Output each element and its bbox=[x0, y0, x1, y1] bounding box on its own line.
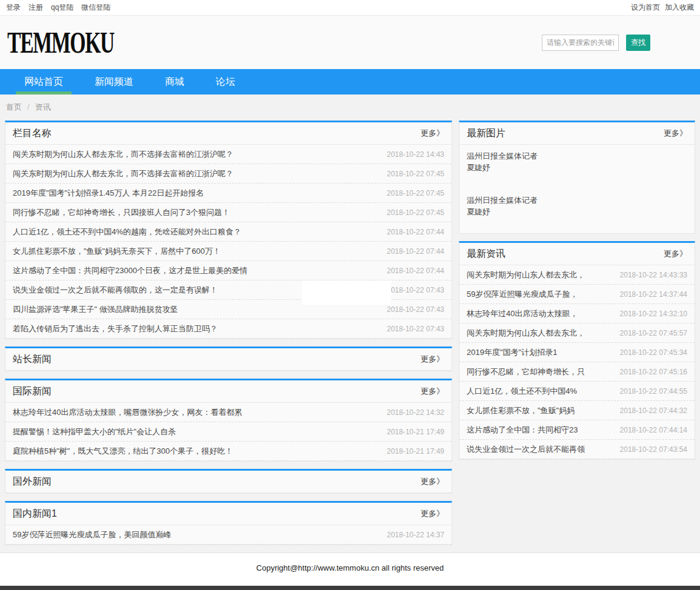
news-row[interactable]: 闯关东时期为何山东人都去东北， 2018-10-22 14:43:33 bbox=[459, 265, 695, 285]
news-row[interactable]: 人口近1亿，领土还不到中国4%的越南，凭啥还能对外出口粮食？ 2018-10-2… bbox=[5, 222, 452, 242]
news-row-title: 闯关东时期为何山东人都去东北，而不选择去富裕的江浙沪呢？ bbox=[13, 149, 233, 160]
news-row[interactable]: 2019年度"国考"计划招录1 2018-10-22 07:45:34 bbox=[459, 343, 695, 362]
news-row-time: 2018-10-22 07:45:57 bbox=[620, 329, 687, 337]
news-row-title: 这片感动了全中国：共同相守23000个日夜，这才是世上最美的爱情 bbox=[13, 265, 247, 276]
news-row-title: 闯关东时期为何山东人都去东北， bbox=[467, 328, 585, 339]
news-row-time: 2018-10-22 07:43 bbox=[387, 305, 444, 314]
more-link[interactable]: 更多》 bbox=[664, 128, 687, 139]
news-row[interactable]: 女儿抓住彩票不放，"鱼贩"妈妈 2018-10-22 07:44:32 bbox=[459, 401, 695, 420]
panel-latest-images: 最新图片 更多》 温州日报全媒体记者 夏婕妤 温州日报全媒体记者 夏婕妤 bbox=[459, 121, 695, 234]
site-logo[interactable]: TEMMOKU bbox=[7, 25, 114, 60]
latest-images-list: 温州日报全媒体记者 夏婕妤 温州日报全媒体记者 夏婕妤 bbox=[459, 145, 695, 233]
news-row[interactable]: 59岁倪萍近照曝光瘦成瓜子脸， 2018-10-22 14:37:44 bbox=[459, 285, 695, 304]
panel-header: 国外新闻 更多》 bbox=[5, 471, 452, 493]
search-input[interactable] bbox=[542, 35, 619, 51]
panel-header: 栏目名称 更多》 bbox=[5, 122, 452, 145]
topbar-link[interactable]: 登录 bbox=[6, 2, 21, 13]
breadcrumb-separator: / bbox=[27, 102, 30, 111]
news-list: 闯关东时期为何山东人都去东北，而不选择去富裕的江浙沪呢？ 2018-10-22 … bbox=[5, 145, 452, 339]
image-item[interactable]: 温州日报全媒体记者 夏婕妤 bbox=[459, 189, 695, 233]
copyright-text: Copyright@http://www.temmoku.cn all righ… bbox=[0, 563, 700, 572]
news-row-title: 四川盐源评选"苹果王子" 做强品牌助推脱贫攻坚 bbox=[13, 304, 178, 315]
news-row-time: 2018-10-22 14:43:33 bbox=[620, 271, 687, 279]
panel-title: 国际新闻 bbox=[13, 385, 52, 398]
more-link[interactable]: 更多》 bbox=[421, 354, 444, 365]
news-row[interactable]: 这片感动了全中国：共同相守23 2018-10-22 07:44:14 bbox=[459, 420, 695, 440]
panel-title: 最新资讯 bbox=[467, 248, 505, 260]
news-row[interactable]: 说失业金领过一次之后就不能再领 2018-10-22 07:43:54 bbox=[459, 440, 695, 459]
more-link[interactable]: 更多》 bbox=[421, 386, 444, 397]
news-row-title: 林志玲年过40出席活动太辣眼，嘴唇微张扮少女，网友：看着都累 bbox=[13, 407, 242, 418]
image-item[interactable]: 温州日报全媒体记者 夏婕妤 bbox=[459, 145, 695, 189]
news-row[interactable]: 闯关东时期为何山东人都去东北，而不选择去富裕的江浙沪呢？ 2018-10-22 … bbox=[5, 145, 452, 164]
panel-header: 国际新闻 更多》 bbox=[5, 380, 452, 403]
panel-title: 栏目名称 bbox=[13, 127, 52, 140]
topbar-link[interactable]: qq登陆 bbox=[51, 2, 73, 13]
panel-title: 最新图片 bbox=[467, 127, 505, 140]
news-row-time: 2018-10-22 14:37:44 bbox=[620, 290, 687, 299]
news-row-time: 2018-10-22 07:45 bbox=[387, 189, 444, 197]
news-row-title: 提醒警惕！这种指甲盖大小的"纸片"会让人自杀 bbox=[13, 426, 176, 437]
news-row[interactable]: 同行惨不忍睹，它却神奇增长，只 2018-10-22 07:45:16 bbox=[459, 362, 695, 382]
panel-title: 站长新闻 bbox=[13, 353, 52, 366]
news-row[interactable]: 2019年度"国考"计划招录1.45万人 本月22日起开始报名 2018-10-… bbox=[5, 184, 452, 203]
panel-title: 国外新闻 bbox=[13, 476, 52, 488]
more-link[interactable]: 更多》 bbox=[664, 248, 687, 259]
site-header: TEMMOKU 查找 bbox=[0, 16, 700, 69]
topbar-link[interactable]: 设为首页 bbox=[631, 2, 660, 13]
news-row-time: 2018-10-22 07:45:16 bbox=[620, 368, 687, 376]
main-nav: 网站首页 新闻频道 商城 论坛 bbox=[0, 69, 700, 94]
news-row[interactable]: 闯关东时期为何山东人都去东北，而不选择去富裕的江浙沪呢？ 2018-10-22 … bbox=[5, 164, 452, 184]
topbar-link[interactable]: 加入收藏 bbox=[665, 2, 694, 13]
news-row[interactable]: 若陷入传销后为了逃出去，失手杀了控制人算正当防卫吗？ 2018-10-22 07… bbox=[5, 319, 452, 339]
breadcrumb-home[interactable]: 首页 bbox=[6, 102, 22, 111]
news-row-title: 2019年度"国考"计划招录1.45万人 本月22日起开始报名 bbox=[13, 188, 204, 199]
news-row-title: 闯关东时期为何山东人都去东北， bbox=[467, 270, 585, 280]
panel-latest-news: 最新资讯 更多》 闯关东时期为何山东人都去东北， 2018-10-22 14:4… bbox=[459, 241, 695, 460]
search-bar: 查找 bbox=[542, 35, 650, 51]
news-row-title: 若陷入传销后为了逃出去，失手杀了控制人算正当防卫吗？ bbox=[13, 323, 218, 334]
news-row[interactable]: 59岁倪萍近照曝光瘦成瓜子脸，美回颜值巅峰 2018-10-22 14:37 bbox=[5, 525, 452, 545]
nav-item-forum[interactable]: 论坛 bbox=[207, 69, 244, 94]
topbar-right-links: 设为首页加入收藏 bbox=[626, 2, 694, 13]
news-row-time: 2018-10-22 07:44 bbox=[387, 228, 444, 236]
search-button[interactable]: 查找 bbox=[626, 35, 650, 51]
image-item-caption-line2: 夏婕妤 bbox=[467, 206, 687, 217]
panel-header: 站长新闻 更多》 bbox=[5, 348, 452, 371]
news-row-time: 2018-10-22 14:32 bbox=[387, 408, 444, 417]
news-row-time: 2018-10-22 07:44:14 bbox=[620, 426, 687, 434]
more-link[interactable]: 更多》 bbox=[421, 508, 444, 519]
main-content: 栏目名称 更多》 闯关东时期为何山东人都去东北，而不选择去富裕的江浙沪呢？ 20… bbox=[0, 121, 700, 552]
panel-webmaster-news: 站长新闻 更多》 bbox=[5, 346, 452, 371]
topbar-link[interactable]: 微信登陆 bbox=[81, 2, 110, 13]
nav-item-news-channel[interactable]: 新闻频道 bbox=[86, 69, 142, 94]
topbar-link[interactable]: 注册 bbox=[28, 2, 43, 13]
panel-domestic-news: 国内新闻1 更多》 59岁倪萍近照曝光瘦成瓜子脸，美回颜值巅峰 2018-10-… bbox=[5, 501, 452, 545]
news-list: 林志玲年过40出席活动太辣眼，嘴唇微张扮少女，网友：看着都累 2018-10-2… bbox=[5, 403, 452, 461]
news-row[interactable]: 林志玲年过40出席活动太辣眼，嘴唇微张扮少女，网友：看着都累 2018-10-2… bbox=[5, 403, 452, 422]
image-item-caption-line2: 夏婕妤 bbox=[467, 162, 687, 173]
news-row-title: 林志玲年过40出席活动太辣眼， bbox=[467, 308, 578, 319]
nav-item-home[interactable]: 网站首页 bbox=[16, 69, 72, 94]
more-link[interactable]: 更多》 bbox=[421, 476, 444, 487]
news-row[interactable]: 同行惨不忍睹，它却神奇增长，只因接班人自问了3个狠问题！ 2018-10-22 … bbox=[5, 203, 452, 222]
news-row[interactable]: 女儿抓住彩票不放，"鱼贩"妈妈无奈买下，居然中了600万！ 2018-10-22… bbox=[5, 242, 452, 261]
news-row[interactable]: 人口近1亿，领土还不到中国4% 2018-10-22 07:44:55 bbox=[459, 382, 695, 401]
panel-header: 国内新闻1 更多》 bbox=[5, 503, 452, 525]
more-link[interactable]: 更多》 bbox=[421, 128, 444, 139]
news-row[interactable]: 林志玲年过40出席活动太辣眼， 2018-10-22 14:32:10 bbox=[459, 304, 695, 323]
news-list: 59岁倪萍近照曝光瘦成瓜子脸，美回颜值巅峰 2018-10-22 14:37 bbox=[5, 525, 452, 545]
news-row[interactable]: 这片感动了全中国：共同相守23000个日夜，这才是世上最美的爱情 2018-10… bbox=[5, 261, 452, 280]
news-row[interactable]: 提醒警惕！这种指甲盖大小的"纸片"会让人自杀 2018-10-21 17:49 bbox=[5, 422, 452, 442]
news-row-title: 这片感动了全中国：共同相守23 bbox=[467, 425, 578, 436]
news-row-title: 同行惨不忍睹，它却神奇增长，只 bbox=[467, 366, 585, 377]
news-row-title: 2019年度"国考"计划招录1 bbox=[467, 347, 557, 358]
breadcrumb-current: 资讯 bbox=[35, 102, 51, 111]
news-list: 闯关东时期为何山东人都去东北， 2018-10-22 14:43:33 59岁倪… bbox=[459, 265, 695, 459]
news-row[interactable]: 闯关东时期为何山东人都去东北， 2018-10-22 07:45:57 bbox=[459, 323, 695, 343]
news-row-title: 59岁倪萍近照曝光瘦成瓜子脸， bbox=[467, 289, 578, 300]
nav-item-mall[interactable]: 商城 bbox=[156, 69, 193, 94]
image-item-caption-line1: 温州日报全媒体记者 bbox=[467, 194, 687, 206]
news-row[interactable]: 庭院种植5种"树"，既大气又漂亮，结出了300个果子，很好吃！ 2018-10-… bbox=[5, 442, 452, 461]
news-row-title: 女儿抓住彩票不放，"鱼贩"妈妈 bbox=[467, 405, 575, 416]
